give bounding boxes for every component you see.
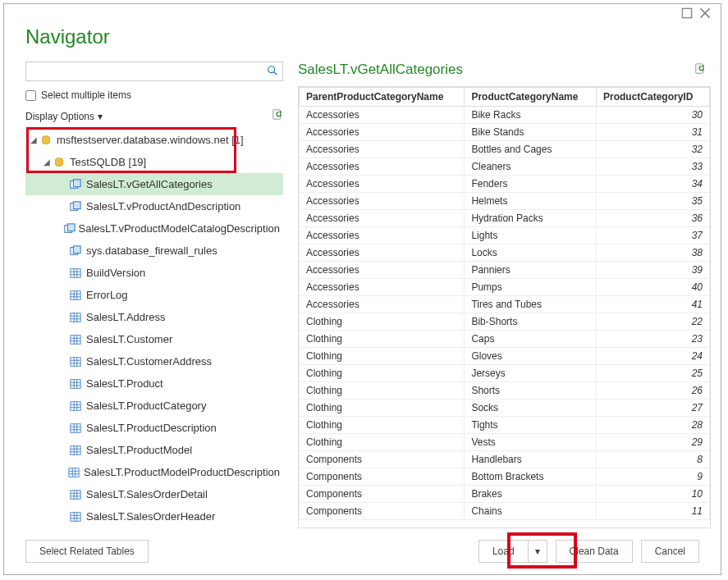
select-multiple-row[interactable]: Select multiple items: [25, 89, 283, 101]
table-row[interactable]: ClothingGloves24: [300, 348, 710, 365]
tree-object-node[interactable]: SalesLT.SalesOrderDetail: [25, 483, 283, 505]
table-icon: [68, 400, 83, 412]
preview-refresh-icon[interactable]: [694, 63, 706, 77]
tree-object-node[interactable]: SalesLT.ProductModel: [25, 439, 283, 461]
refresh-icon[interactable]: [272, 109, 283, 123]
tree-object-node[interactable]: SalesLT.Customer: [25, 328, 283, 350]
display-options-label: Display Options: [25, 111, 94, 122]
tree-object-node[interactable]: ErrorLog: [25, 284, 283, 306]
table-row[interactable]: AccessoriesTires and Tubes41: [300, 296, 710, 313]
table-cell: Pumps: [465, 279, 597, 296]
table-icon: [67, 467, 80, 478]
tree-object-node[interactable]: SalesLT.ProductDescription: [25, 417, 283, 439]
table-row[interactable]: AccessoriesLocks38: [300, 244, 710, 262]
tree-object-node[interactable]: SalesLT.vGetAllCategories: [25, 173, 283, 195]
table-row[interactable]: AccessoriesHelmets35: [300, 193, 710, 210]
dialog-title: Navigator: [25, 25, 699, 48]
table-cell: 40: [596, 279, 709, 296]
right-pane: SalesLT.vGetAllCategories ParentProductC…: [298, 62, 711, 528]
svg-rect-0: [682, 8, 691, 17]
tree-item-label: SalesLT.vGetAllCategories: [83, 178, 213, 190]
tree-object-node[interactable]: SalesLT.vProductModelCatalogDescription: [25, 217, 283, 240]
tree-database-node[interactable]: ◢TestSQLDB [19]: [25, 151, 283, 173]
table-row[interactable]: AccessoriesCleaners33: [300, 158, 710, 176]
preview-table-wrap[interactable]: ParentProductCategoryNameProductCategory…: [298, 86, 711, 528]
search-input[interactable]: [26, 64, 263, 79]
table-cell: Accessories: [300, 124, 465, 141]
close-button[interactable]: [696, 7, 714, 19]
table-cell: Accessories: [300, 193, 465, 210]
table-row[interactable]: ComponentsBrakes10: [300, 486, 710, 503]
table-cell: Clothing: [300, 400, 465, 417]
tree-object-node[interactable]: SalesLT.ProductCategory: [25, 395, 283, 417]
table-cell: Handlebars: [465, 451, 597, 468]
tree-item-label: SalesLT.ProductDescription: [83, 422, 217, 434]
table-cell: Clothing: [300, 348, 465, 365]
table-cell: 35: [596, 193, 709, 210]
tree-object-node[interactable]: SalesLT.vProductAndDescription: [25, 195, 283, 217]
table-row[interactable]: ClothingShorts26: [300, 382, 710, 400]
table-row[interactable]: ClothingSocks27: [300, 400, 710, 417]
tree-item-label: SalesLT.CustomerAddress: [83, 355, 212, 368]
search-icon: [263, 65, 282, 79]
tree-item-label: SalesLT.Address: [83, 311, 166, 323]
select-multiple-checkbox[interactable]: [25, 90, 36, 101]
table-row[interactable]: AccessoriesBike Racks30: [300, 107, 710, 124]
table-row[interactable]: AccessoriesFenders34: [300, 176, 710, 193]
tree-object-node[interactable]: SalesLT.Product: [25, 372, 283, 395]
table-cell: Bike Racks: [465, 107, 597, 124]
table-row[interactable]: ComponentsChains11: [300, 503, 710, 520]
table-row[interactable]: ClothingTights28: [300, 417, 710, 434]
tree-object-node[interactable]: SalesLT.ProductModelProductDescription: [25, 461, 283, 483]
load-caret-button[interactable]: ▾: [528, 540, 547, 563]
svg-rect-26: [71, 313, 80, 322]
view-icon: [64, 223, 76, 235]
cancel-button[interactable]: Cancel: [641, 540, 699, 563]
table-row[interactable]: AccessoriesPanniers39: [300, 262, 710, 279]
table-row[interactable]: ComponentsBottom Brackets9: [300, 468, 710, 486]
load-button[interactable]: Load: [478, 540, 528, 563]
display-options-dropdown[interactable]: Display Options ▾: [25, 111, 103, 122]
load-split-button[interactable]: Load ▾: [478, 540, 547, 563]
navigator-dialog: Navigator Select multiple items Display …: [3, 3, 721, 575]
table-row[interactable]: AccessoriesLights37: [300, 227, 710, 244]
maximize-button[interactable]: [678, 7, 696, 19]
table-row[interactable]: AccessoriesBottles and Cages32: [300, 141, 710, 158]
database-server-icon: [39, 135, 53, 146]
column-header[interactable]: ProductCategoryID: [596, 88, 709, 107]
svg-rect-36: [71, 357, 80, 366]
table-icon: [68, 267, 83, 279]
tree-object-node[interactable]: BuildVersion: [25, 262, 283, 284]
tree-object-node[interactable]: SalesLT.CustomerAddress: [25, 350, 283, 372]
search-box[interactable]: [25, 62, 283, 81]
tree-item-label: sys.database_firewall_rules: [83, 244, 217, 257]
object-tree[interactable]: ◢msftestserver.database.windows.net [1]◢…: [25, 128, 283, 528]
clean-data-button[interactable]: Clean Data: [556, 540, 633, 563]
table-cell: Components: [300, 451, 465, 468]
tree-object-node[interactable]: SalesLT.Address: [25, 306, 283, 328]
column-header[interactable]: ParentProductCategoryName: [300, 88, 465, 107]
table-row[interactable]: AccessoriesBike Stands31: [300, 124, 710, 141]
table-cell: 27: [596, 400, 709, 417]
column-header[interactable]: ProductCategoryName: [465, 88, 597, 107]
table-row[interactable]: ClothingVests29: [300, 434, 710, 451]
svg-rect-31: [71, 335, 80, 344]
table-row[interactable]: ClothingCaps23: [300, 331, 710, 348]
table-cell: Chains: [465, 503, 597, 520]
table-cell: 24: [596, 348, 709, 365]
table-icon: [68, 489, 83, 500]
table-cell: 11: [596, 503, 709, 520]
table-icon: [68, 356, 83, 368]
tree-object-node[interactable]: SalesLT.SalesOrderHeader: [25, 505, 283, 527]
select-related-tables-button[interactable]: Select Related Tables: [25, 540, 149, 563]
table-row[interactable]: ComponentsHandlebars8: [300, 451, 710, 468]
table-cell: 28: [596, 417, 709, 434]
tree-object-node[interactable]: sys.database_firewall_rules: [25, 240, 283, 262]
table-row[interactable]: AccessoriesHydration Packs36: [300, 210, 710, 227]
tree-server-node[interactable]: ◢msftestserver.database.windows.net [1]: [25, 129, 283, 151]
table-row[interactable]: ClothingBib-Shorts22: [300, 313, 710, 331]
table-icon: [68, 422, 83, 434]
table-row[interactable]: ClothingJerseys25: [300, 365, 710, 382]
table-cell: Accessories: [300, 296, 465, 313]
table-row[interactable]: AccessoriesPumps40: [300, 279, 710, 296]
